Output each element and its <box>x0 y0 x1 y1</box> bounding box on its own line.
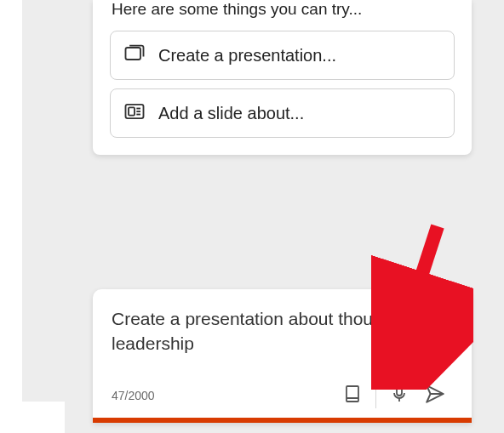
slides-stack-icon <box>123 42 146 70</box>
composer-accent-bar <box>93 418 472 423</box>
slide-layout-icon <box>123 100 146 128</box>
send-button[interactable] <box>417 378 453 413</box>
character-counter: 47/2000 <box>112 389 335 402</box>
svg-rect-6 <box>346 386 358 402</box>
svg-rect-2 <box>129 107 135 115</box>
microphone-icon <box>389 384 410 407</box>
send-icon <box>424 383 446 408</box>
add-slide-suggestion[interactable]: Add a slide about... <box>110 88 455 138</box>
voice-input-button[interactable] <box>381 378 417 413</box>
prompt-input[interactable]: Create a presentation about thought lead… <box>112 306 453 356</box>
window-gutter <box>0 0 22 402</box>
svg-rect-0 <box>126 48 141 60</box>
prompt-composer: Create a presentation about thought lead… <box>93 289 472 423</box>
book-icon <box>342 384 363 407</box>
prompt-guide-button[interactable] <box>335 378 370 413</box>
copilot-chat-area: Here are some things you can try... Crea… <box>65 0 504 433</box>
suggestions-intro: Here are some things you can try... <box>110 0 455 27</box>
suggestion-label: Add a slide about... <box>158 104 304 123</box>
suggestion-label: Create a presentation... <box>158 46 336 66</box>
toolbar-divider <box>375 383 376 408</box>
composer-toolbar: 47/2000 <box>112 373 453 418</box>
svg-rect-8 <box>397 386 402 396</box>
suggestions-card: Here are some things you can try... Crea… <box>93 0 472 155</box>
left-side-panel <box>22 0 65 402</box>
create-presentation-suggestion[interactable]: Create a presentation... <box>110 31 455 80</box>
